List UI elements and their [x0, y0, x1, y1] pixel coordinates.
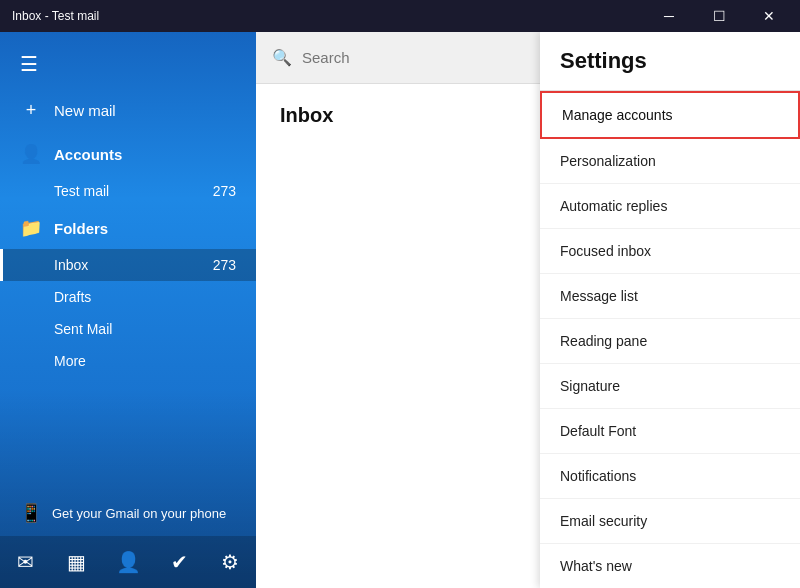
test-mail-account[interactable]: Test mail 273	[0, 175, 256, 207]
settings-message-list[interactable]: Message list	[540, 274, 800, 319]
sidebar-top: ☰ + New mail 👤 Accounts Test mail 273 📁 …	[0, 32, 256, 385]
more-folders[interactable]: More	[0, 345, 256, 377]
bottom-nav-people[interactable]: 👤	[102, 536, 153, 588]
accounts-section[interactable]: 👤 Accounts	[0, 133, 256, 175]
new-mail-button[interactable]: + New mail	[0, 88, 256, 133]
bottom-nav-calendar[interactable]: ▦	[51, 536, 102, 588]
gmail-promo-label: Get your Gmail on your phone	[52, 506, 226, 521]
settings-personalization[interactable]: Personalization	[540, 139, 800, 184]
settings-title: Settings	[540, 32, 800, 91]
new-mail-label: New mail	[54, 102, 236, 119]
new-mail-icon: +	[20, 100, 42, 121]
bottom-nav: ✉ ▦ 👤 ✔ ⚙	[0, 536, 256, 588]
inbox-badge: 273	[213, 257, 236, 273]
accounts-label: Accounts	[54, 146, 122, 163]
settings-default-font[interactable]: Default Font	[540, 409, 800, 454]
window-title: Inbox - Test mail	[8, 9, 99, 23]
settings-manage-accounts[interactable]: Manage accounts	[540, 91, 800, 139]
bottom-nav-settings[interactable]: ⚙	[205, 536, 256, 588]
settings-focused-inbox[interactable]: Focused inbox	[540, 229, 800, 274]
folders-label: Folders	[54, 220, 108, 237]
title-bar: Inbox - Test mail ─ ☐ ✕	[0, 0, 800, 32]
main-content: 🔍 Inbox Settings Manage accounts Persona…	[256, 32, 800, 588]
sent-mail-label: Sent Mail	[54, 321, 112, 337]
settings-email-security[interactable]: Email security	[540, 499, 800, 544]
settings-automatic-replies[interactable]: Automatic replies	[540, 184, 800, 229]
sidebar-bottom: 📱 Get your Gmail on your phone ✉ ▦ 👤 ✔ ⚙	[0, 490, 256, 588]
sent-mail-folder[interactable]: Sent Mail	[0, 313, 256, 345]
bottom-nav-mail[interactable]: ✉	[0, 536, 51, 588]
folders-section[interactable]: 📁 Folders	[0, 207, 256, 249]
settings-reading-pane[interactable]: Reading pane	[540, 319, 800, 364]
settings-signature[interactable]: Signature	[540, 364, 800, 409]
search-icon: 🔍	[272, 48, 292, 67]
maximize-button[interactable]: ☐	[696, 0, 742, 32]
hamburger-menu[interactable]: ☰	[0, 40, 256, 88]
drafts-label: Drafts	[54, 289, 91, 305]
bottom-nav-tasks[interactable]: ✔	[154, 536, 205, 588]
window-controls: ─ ☐ ✕	[646, 0, 792, 32]
accounts-icon: 👤	[20, 143, 42, 165]
gmail-promo[interactable]: 📱 Get your Gmail on your phone	[0, 490, 256, 536]
folders-icon: 📁	[20, 217, 42, 239]
test-mail-name: Test mail	[54, 183, 109, 199]
sidebar: ☰ + New mail 👤 Accounts Test mail 273 📁 …	[0, 32, 256, 588]
minimize-button[interactable]: ─	[646, 0, 692, 32]
app-body: ☰ + New mail 👤 Accounts Test mail 273 📁 …	[0, 32, 800, 588]
test-mail-badge: 273	[213, 183, 236, 199]
gmail-promo-icon: 📱	[20, 502, 42, 524]
drafts-folder[interactable]: Drafts	[0, 281, 256, 313]
inbox-label: Inbox	[54, 257, 88, 273]
close-button[interactable]: ✕	[746, 0, 792, 32]
settings-whats-new[interactable]: What's new	[540, 544, 800, 588]
inbox-folder[interactable]: Inbox 273	[0, 249, 256, 281]
settings-panel: Settings Manage accounts Personalization…	[540, 32, 800, 588]
settings-notifications[interactable]: Notifications	[540, 454, 800, 499]
more-label: More	[54, 353, 86, 369]
